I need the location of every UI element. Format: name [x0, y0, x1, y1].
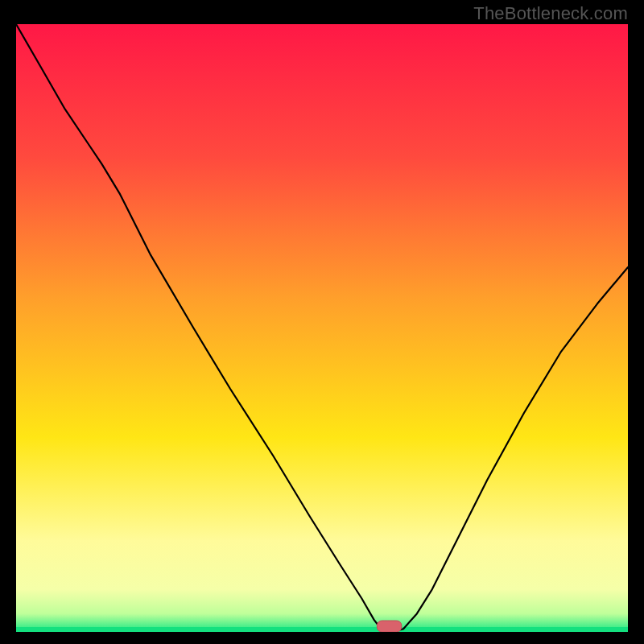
- green-baseline: [16, 627, 628, 632]
- chart-svg: [16, 24, 628, 632]
- optimal-marker: [377, 621, 401, 632]
- gradient-background: [16, 24, 628, 632]
- chart-frame: TheBottleneck.com: [0, 0, 644, 644]
- watermark-text: TheBottleneck.com: [473, 3, 628, 24]
- plot-area: [16, 24, 628, 632]
